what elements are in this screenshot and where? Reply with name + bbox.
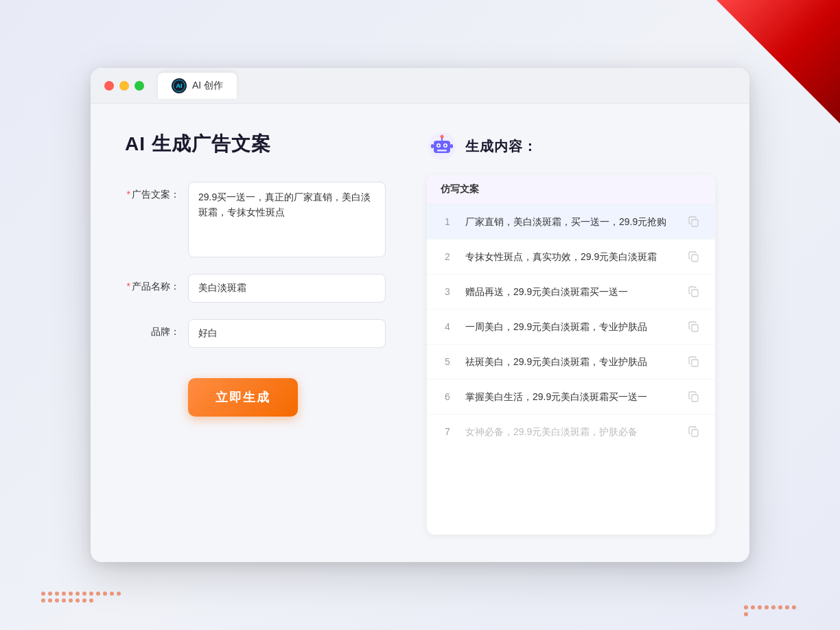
svg-rect-14 [692,325,698,331]
page-title: AI 生成广告文案 [125,131,386,157]
ad-copy-group: *广告文案： [125,182,386,257]
content-area: AI 生成广告文案 *广告文案： *产品名称： 品牌： 立 [91,104,749,562]
copy-button[interactable] [686,214,701,229]
row-number: 3 [441,286,454,297]
brand-group: 品牌： [125,319,386,348]
svg-rect-13 [692,290,698,296]
table-row: 6掌握美白生活，29.9元美白淡斑霜买一送一 [427,380,715,415]
table-header: 仿写文案 [427,175,715,205]
tab-label: AI 创作 [192,80,223,92]
svg-rect-17 [692,430,698,436]
copy-button[interactable] [686,389,701,404]
copy-button[interactable] [686,319,701,334]
svg-rect-6 [437,150,447,152]
row-text: 厂家直销，美白淡斑霜，买一送一，29.9元抢购 [465,215,675,229]
row-text: 专抹女性斑点，真实功效，29.9元美白淡斑霜 [465,250,675,264]
row-number: 4 [441,321,454,332]
robot-icon [427,131,457,161]
copy-button[interactable] [686,424,701,439]
svg-rect-15 [692,360,698,366]
traffic-lights [104,81,144,91]
title-bar: AI AI 创作 [91,68,749,104]
brand-label: 品牌： [125,319,180,338]
svg-point-5 [445,145,447,147]
right-panel: 生成内容： 仿写文案 1厂家直销，美白淡斑霜，买一送一，29.9元抢购 2专抹女… [427,131,715,535]
table-row: 3赠品再送，29.9元美白淡斑霜买一送一 [427,275,715,310]
ai-tab[interactable]: AI AI 创作 [158,73,237,99]
result-table: 仿写文案 1厂家直销，美白淡斑霜，买一送一，29.9元抢购 2专抹女性斑点，真实… [427,175,715,535]
svg-rect-12 [692,255,698,261]
svg-rect-9 [431,144,434,148]
required-mark-2: * [127,281,130,292]
copy-button[interactable] [686,249,701,264]
table-row: 1厂家直销，美白淡斑霜，买一送一，29.9元抢购 [427,205,715,240]
row-text: 祛斑美白，29.9元美白淡斑霜，专业护肤品 [465,355,675,369]
row-text: 女神必备，29.9元美白淡斑霜，护肤必备 [465,425,675,439]
ad-copy-input[interactable] [188,182,386,257]
svg-rect-16 [692,395,698,401]
copy-button[interactable] [686,354,701,369]
maximize-button[interactable] [135,81,144,91]
svg-rect-11 [692,220,698,226]
ai-logo-icon: AI [172,78,187,93]
result-header: 生成内容： [427,131,715,161]
row-number: 7 [441,426,454,437]
ad-copy-label: *广告文案： [125,182,180,201]
row-number: 1 [441,216,454,227]
product-name-input[interactable] [188,274,386,303]
row-text: 赠品再送，29.9元美白淡斑霜买一送一 [465,285,675,299]
browser-window: AI AI 创作 AI 生成广告文案 *广告文案： *产品名称： [91,68,749,562]
minimize-button[interactable] [119,81,129,91]
product-name-group: *产品名称： [125,274,386,303]
bg-dots-bottom-left [41,592,124,603]
svg-point-4 [438,145,440,147]
table-row: 7女神必备，29.9元美白淡斑霜，护肤必备 [427,415,715,449]
table-row: 5祛斑美白，29.9元美白淡斑霜，专业护肤品 [427,345,715,380]
svg-rect-10 [450,144,453,148]
product-name-label: *产品名称： [125,274,180,293]
result-title: 生成内容： [465,137,537,156]
table-row: 2专抹女性斑点，真实功效，29.9元美白淡斑霜 [427,240,715,275]
brand-input[interactable] [188,319,386,348]
svg-point-8 [441,135,444,139]
bg-dots-bottom-right [744,605,799,616]
generate-button[interactable]: 立即生成 [188,378,298,417]
row-number: 5 [441,356,454,367]
row-number: 6 [441,391,454,402]
close-button[interactable] [104,81,114,91]
table-row: 4一周美白，29.9元美白淡斑霜，专业护肤品 [427,310,715,345]
required-mark: * [127,189,130,200]
row-number: 2 [441,251,454,262]
table-body: 1厂家直销，美白淡斑霜，买一送一，29.9元抢购 2专抹女性斑点，真实功效，29… [427,205,715,449]
left-panel: AI 生成广告文案 *广告文案： *产品名称： 品牌： 立 [125,131,386,535]
row-text: 掌握美白生活，29.9元美白淡斑霜买一送一 [465,390,675,404]
row-text: 一周美白，29.9元美白淡斑霜，专业护肤品 [465,320,675,334]
copy-button[interactable] [686,284,701,299]
